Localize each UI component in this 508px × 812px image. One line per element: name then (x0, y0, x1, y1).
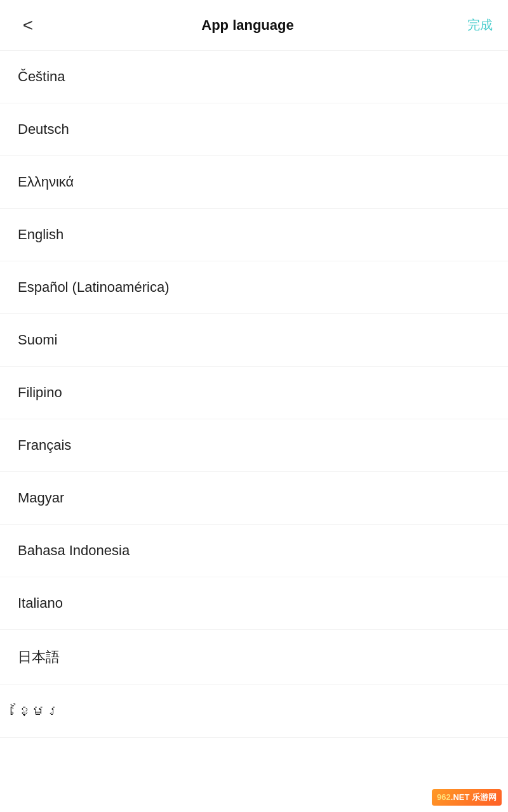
language-list: ČeštinaDeutschΕλληνικάEnglishEspañol (La… (0, 51, 508, 738)
app-header: < App language 完成 (0, 0, 508, 51)
back-button[interactable]: < (15, 15, 41, 36)
watermark-badge: 962.NET 乐游网 (432, 789, 502, 806)
language-item-bahasa[interactable]: Bahasa Indonesia (0, 525, 508, 577)
language-item-suomi[interactable]: Suomi (0, 314, 508, 367)
language-item-italiano[interactable]: Italiano (0, 577, 508, 630)
language-item-magyar[interactable]: Magyar (0, 472, 508, 525)
language-item-khmer[interactable]: ខ្មែរ (0, 685, 508, 738)
language-item-filipino[interactable]: Filipino (0, 367, 508, 419)
language-item-nihongo[interactable]: 日本語 (0, 630, 508, 685)
language-item-espanol[interactable]: Español (Latinoamérica) (0, 261, 508, 314)
language-item-english[interactable]: English (0, 209, 508, 261)
language-item-cestina[interactable]: Čeština (0, 51, 508, 103)
language-item-francais[interactable]: Français (0, 419, 508, 472)
language-item-ellinika[interactable]: Ελληνικά (0, 156, 508, 209)
page-title: App language (41, 17, 455, 34)
done-button[interactable]: 完成 (455, 16, 493, 34)
language-item-deutsch[interactable]: Deutsch (0, 103, 508, 156)
